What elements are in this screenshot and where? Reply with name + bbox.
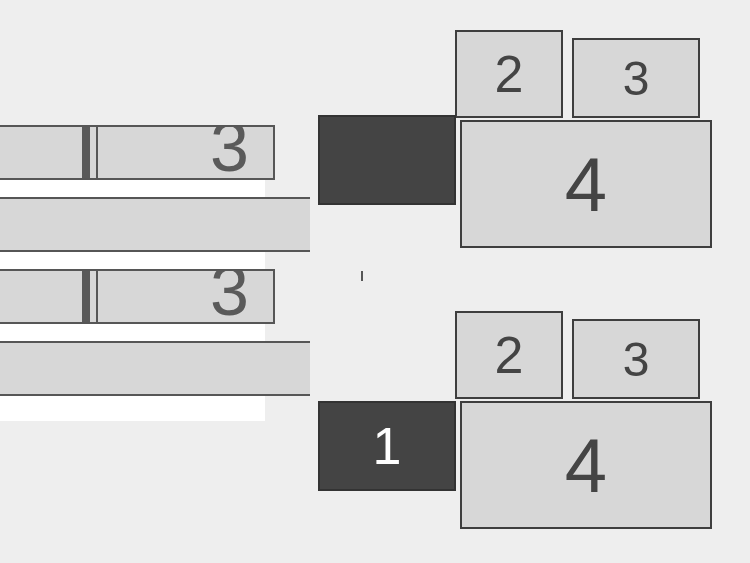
monitor-4[interactable]: 4 — [460, 401, 712, 529]
zoom-cell-spacer — [86, 127, 98, 178]
zoom-row-1: 3 — [0, 125, 275, 180]
zoom-cell-spacer — [86, 271, 98, 322]
monitor-2[interactable]: 2 — [455, 30, 563, 118]
zoom-fragment-top: 3 — [0, 125, 265, 270]
zoom-rows: 3 — [0, 125, 265, 270]
monitor-3[interactable]: 3 — [572, 38, 700, 118]
monitor-3[interactable]: 3 — [572, 319, 700, 399]
zoom-fragment-bottom: 3 — [0, 269, 265, 421]
monitor-2[interactable]: 2 — [455, 311, 563, 399]
zoom-cell-gutter — [0, 271, 86, 322]
arrangement-bottom: 3 2 3 1 4 — [0, 281, 750, 563]
display-arrangement-top: 2 3 4 — [310, 0, 750, 281]
monitor-1-primary[interactable] — [318, 115, 456, 205]
monitor-1-primary[interactable]: 1 — [318, 401, 456, 491]
zoom-row-1: 3 — [0, 269, 275, 324]
monitor-4[interactable]: 4 — [460, 120, 712, 248]
zoom-cell-gutter — [0, 127, 86, 178]
arrangement-top: 3 2 3 4 — [0, 0, 750, 281]
zoom-rows: 3 — [0, 269, 265, 421]
display-arrangement-bottom: 2 3 1 4 — [310, 281, 750, 563]
